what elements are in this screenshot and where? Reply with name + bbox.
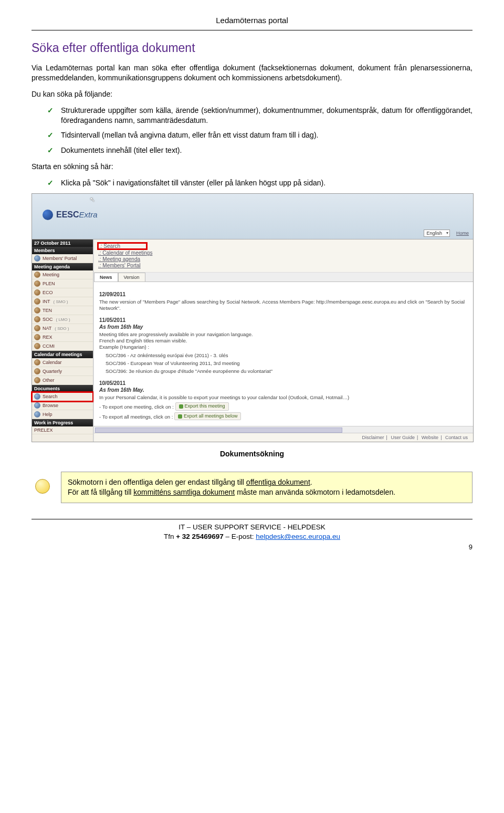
home-link[interactable]: Home [456, 231, 469, 236]
sidebar-item-members-portal[interactable]: Members' Portal [32, 254, 93, 263]
news-body: The new version of "Members Page" allows… [99, 299, 468, 312]
orb-icon [34, 368, 40, 374]
tabs: News Version [94, 273, 473, 282]
news-sub: As from 16th May [99, 324, 468, 330]
news-example: SOC/396 - Az önkéntesség európai éve (20… [106, 352, 468, 359]
sidebar-section-members: Members [32, 247, 93, 254]
quick-agenda-link[interactable]: .: Meeting agenda [98, 256, 469, 262]
browse-icon [34, 402, 40, 409]
orb-icon [34, 298, 40, 305]
help-icon [34, 411, 40, 418]
tab-news[interactable]: News [94, 273, 118, 282]
sidebar-item-plen[interactable]: PLEN [32, 279, 93, 288]
scrollbar[interactable] [94, 426, 473, 433]
sidebar-item-other[interactable]: Other [32, 376, 93, 385]
sidebar-item-meeting[interactable]: Meeting [32, 270, 93, 279]
news-body: In your Personal Calendar, it is possibl… [99, 394, 468, 401]
sidebar-date: 27 October 2011 [32, 239, 93, 247]
search-icon [34, 393, 40, 400]
sidebar-item-calendar[interactable]: Calendar [32, 358, 93, 367]
footer-text: IT – USER SUPPORT SERVICE - HELPDESK Tfn… [32, 523, 472, 541]
lang-area: English Home [424, 230, 469, 237]
quick-search-link[interactable]: .: Search [98, 243, 146, 249]
sidebar-item-ccmi[interactable]: CCMI [32, 342, 93, 351]
news-example: SOC/396: 3e réunion du groupe d'étude "A… [106, 368, 468, 374]
footer-link-userguide[interactable]: User Guide [391, 435, 415, 440]
footer-link-disclaimer[interactable]: Disclaimer [362, 435, 384, 440]
bullet-item: Tidsintervall (mellan två angivna datum,… [47, 130, 472, 140]
section-title: Söka efter offentliga dokument [32, 41, 472, 55]
lightbulb-icon [32, 477, 52, 498]
news-date: 11/05/2011 [99, 317, 468, 323]
page-number: 9 [32, 543, 472, 551]
ss-main: .: Search .: Calendar of meetings .: Mee… [93, 239, 473, 442]
quick-calendar-link[interactable]: .: Calendar of meetings [98, 250, 469, 256]
orb-icon [34, 377, 40, 383]
sidebar-item-rex[interactable]: REX [32, 333, 93, 342]
figure-caption: Dokumentsökning [32, 450, 472, 458]
page-footer: IT – USER SUPPORT SERVICE - HELPDESK Tfn… [32, 519, 472, 550]
bullets-2: Klicka på "Sök" i navigationsfältet till… [47, 178, 472, 188]
orb-icon [34, 343, 40, 349]
ss-footer: Disclaimer| User Guide| Website| Contact… [94, 433, 473, 442]
news-date: 10/05/2011 [99, 380, 468, 386]
bullets-1: Strukturerade uppgifter som källa, ärend… [47, 106, 472, 156]
sidebar-item-soc[interactable]: SOC( LMO ) [32, 315, 93, 324]
orb-icon [34, 316, 40, 322]
export-row: - To export one meeting, click on : Expo… [99, 402, 468, 411]
footer-link-website[interactable]: Website [422, 435, 438, 440]
eesc-logo: EESCExtra [43, 210, 98, 220]
ss-banner: ↖ EESCExtra English Home [32, 194, 473, 239]
orb-icon [34, 289, 40, 296]
sidebar-item-quarterly[interactable]: Quarterly [32, 367, 93, 376]
helpdesk-email-link[interactable]: helpdesk@eesc.europa.eu [256, 533, 340, 540]
sidebar-section-wip: Work in Progress [32, 419, 93, 426]
ss-sidebar: 27 October 2011 Members Members' Portal … [32, 239, 93, 442]
header-rule [32, 30, 472, 30]
news-sub: As from 16th May. [99, 387, 468, 393]
sidebar-item-eco[interactable]: ECO [32, 288, 93, 297]
tip-box: Sökmotorn i den offentliga delen ger end… [32, 472, 472, 503]
news-panel: 12/09/2011 The new version of "Members P… [94, 282, 473, 426]
export-meeting-button[interactable]: Export this meeting [175, 402, 229, 411]
members-icon [34, 255, 40, 262]
orb-icon [34, 334, 40, 340]
orb-icon [34, 272, 40, 278]
sidebar-item-int[interactable]: INT( SMO ) [32, 297, 93, 306]
news-body: Meeting titles are progressively availab… [99, 331, 468, 351]
orb-icon [34, 325, 40, 331]
bullet-item: Klicka på "Sök" i navigationsfältet till… [47, 178, 472, 188]
export-all-button[interactable]: Export all meetings below [174, 412, 242, 421]
intro-para: Via Ledamöternas portal kan man söka eft… [32, 63, 472, 83]
sidebar-item-nat[interactable]: NAT( SDO ) [32, 324, 93, 333]
bullet-item: Dokumentets innehåll (titel eller text). [47, 145, 472, 155]
eesc-logo-text: EESCExtra [56, 210, 98, 220]
language-select[interactable]: English [424, 230, 450, 237]
footer-link-contact[interactable]: Contact us [445, 435, 468, 440]
sidebar-item-help[interactable]: Help [32, 410, 93, 419]
news-example: SOC/396 - European Year of Volunteering … [106, 360, 468, 367]
sidebar-item-browse[interactable]: Browse [32, 401, 93, 410]
sidebar-section-documents: Documents [32, 385, 93, 392]
orb-icon [34, 307, 40, 314]
sub2: Starta en sökning så här: [32, 162, 472, 172]
sidebar-item-prelex[interactable]: PRELEX [32, 426, 93, 434]
sidebar-section-agenda: Meeting agenda [32, 263, 93, 270]
eesc-logo-icon [43, 210, 53, 220]
bullet-item: Strukturerade uppgifter som källa, ärend… [47, 106, 472, 126]
mouse-cursor-icon: ↖ [90, 196, 95, 203]
sidebar-section-calendar: Calendar of meetings [32, 351, 93, 358]
tip-content: Sökmotorn i den offentliga delen ger end… [61, 472, 472, 503]
sidebar-item-ten[interactable]: TEN [32, 306, 93, 315]
orb-icon [34, 359, 40, 366]
tab-version[interactable]: Version [118, 273, 145, 282]
embedded-screenshot: ↖ EESCExtra English Home 27 October 2011… [32, 193, 474, 442]
page-header: Ledamöternas portal [32, 16, 472, 25]
footer-rule [32, 519, 472, 519]
quick-links: .: Search .: Calendar of meetings .: Mee… [94, 239, 473, 273]
quick-members-link[interactable]: .: Members' Portal [98, 263, 469, 268]
sidebar-item-search[interactable]: Search [32, 392, 93, 401]
news-date: 12/09/2011 [99, 291, 468, 297]
export-row: - To export all meetings, click on : Exp… [99, 412, 468, 421]
sub1: Du kan söka på följande: [32, 89, 472, 99]
